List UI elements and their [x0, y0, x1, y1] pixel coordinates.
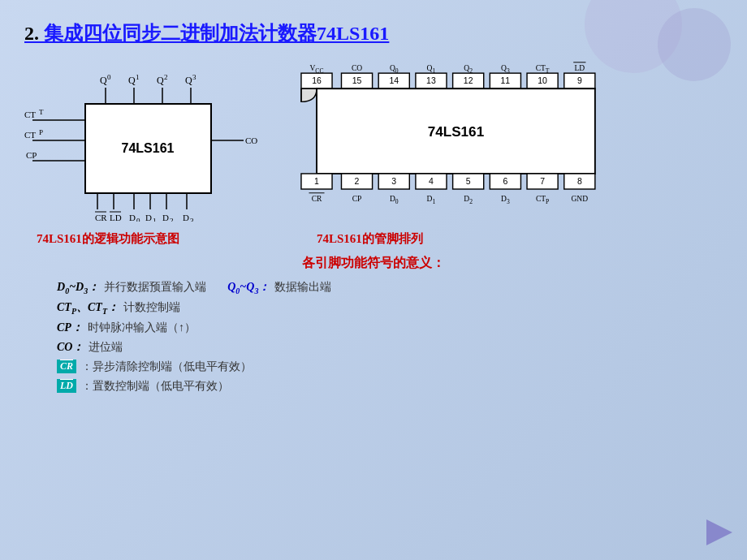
svg-text:5: 5 — [466, 177, 471, 186]
desc-d: 并行数据预置输入端 — [104, 280, 206, 295]
svg-text:Q: Q — [185, 75, 192, 86]
meaning-row-ld: LD ：置数控制端（低电平有效） — [57, 379, 723, 394]
svg-text:D: D — [183, 213, 189, 222]
meaning-row-d: D0~D3： 并行数据预置输入端 Q0~Q3： 数据输出端 — [57, 280, 723, 295]
svg-text:7: 7 — [540, 177, 545, 186]
svg-text:Q: Q — [157, 75, 164, 86]
svg-text:P: P — [39, 128, 43, 136]
svg-text:2: 2 — [164, 73, 168, 81]
svg-text:0: 0 — [107, 73, 111, 81]
svg-text:8: 8 — [577, 177, 582, 186]
svg-text:3: 3 — [192, 73, 196, 81]
pin-layout-diagram: VCC CO Q0 Q1 Q2 Q3 CTT LD 16 15 14 13 — [292, 59, 723, 225]
desc-ld: ：置数控制端（低电平有效） — [81, 379, 229, 394]
logic-symbol-svg: Q 0 Q 1 Q 2 Q 3 74LS161 CT T — [24, 59, 268, 222]
desc-q: 数据输出端 — [274, 280, 331, 295]
meaning-row-cp: CP： 时钟脉冲输入端（↑） — [57, 321, 723, 335]
slide: 2. 集成四位同步二进制加法计数器74LS161 Q 0 Q 1 Q 2 Q 3 — [0, 0, 747, 560]
term-co: CO： — [57, 340, 84, 355]
svg-text:14: 14 — [389, 76, 399, 85]
svg-text:2: 2 — [355, 177, 360, 186]
meaning-title-text: 各引脚功能符号的意义： — [302, 256, 445, 269]
title-text: 集成四位同步二进制加法计数器74LS161 — [44, 23, 389, 44]
svg-text:15: 15 — [352, 76, 362, 85]
right-diagram-label: 74LS161的管脚排列 — [317, 231, 423, 247]
desc-co: 进位端 — [89, 340, 123, 355]
svg-text:10: 10 — [538, 76, 547, 85]
badge-ld: LD — [57, 379, 76, 393]
desc-ct: 计数控制端 — [123, 300, 180, 315]
svg-text:D1: D1 — [427, 195, 436, 205]
meaning-row-co: CO： 进位端 — [57, 340, 723, 355]
svg-text:D3: D3 — [501, 195, 510, 205]
desc-cp: 时钟脉冲输入端（↑） — [88, 321, 196, 335]
desc-cr: ：异步清除控制端（低电平有效） — [81, 360, 252, 374]
svg-text:16: 16 — [312, 76, 322, 85]
svg-text:12: 12 — [464, 76, 473, 85]
svg-text:LD: LD — [574, 64, 585, 72]
svg-text:CR: CR — [312, 195, 322, 203]
svg-text:CP: CP — [26, 150, 37, 160]
svg-text:GND: GND — [571, 195, 588, 203]
svg-text:6: 6 — [503, 177, 507, 186]
svg-text:13: 13 — [426, 76, 436, 85]
term-ct: CTP、CTT： — [57, 300, 119, 316]
diagram-area: Q 0 Q 1 Q 2 Q 3 74LS161 CT T — [24, 59, 723, 225]
svg-text:2: 2 — [170, 217, 174, 222]
svg-text:0: 0 — [136, 217, 140, 222]
term-q: Q0~Q3： — [227, 280, 270, 295]
svg-text:74LS161: 74LS161 — [122, 141, 175, 155]
section-labels: 74LS161的逻辑功能示意图 74LS161的管脚排列 — [24, 231, 723, 247]
svg-text:CO: CO — [352, 64, 362, 72]
svg-text:11: 11 — [501, 76, 511, 85]
svg-text:3: 3 — [190, 217, 194, 222]
svg-text:CP: CP — [352, 195, 362, 203]
left-diagram-label: 74LS161的逻辑功能示意图 — [24, 231, 268, 247]
next-slide-button[interactable] — [706, 519, 732, 545]
svg-text:D2: D2 — [464, 195, 473, 205]
svg-text:T: T — [39, 108, 44, 116]
svg-text:9: 9 — [577, 76, 582, 85]
svg-text:Q: Q — [128, 75, 136, 86]
pin-layout-svg: VCC CO Q0 Q1 Q2 Q3 CTT LD 16 15 14 13 — [292, 59, 666, 222]
badge-cr: CR — [57, 360, 76, 373]
meaning-rows: D0~D3： 并行数据预置输入端 Q0~Q3： 数据输出端 CTP、CTT： 计… — [57, 280, 723, 394]
svg-text:CT: CT — [24, 110, 36, 119]
svg-text:CT: CT — [24, 130, 36, 140]
svg-text:D: D — [145, 213, 152, 222]
svg-text:D: D — [129, 213, 136, 222]
svg-text:D: D — [162, 213, 169, 222]
term-d: D0~D3： — [57, 280, 99, 295]
svg-text:74LS161: 74LS161 — [428, 123, 485, 140]
svg-text:CR: CR — [95, 213, 107, 222]
meaning-row-cr: CR ：异步清除控制端（低电平有效） — [57, 360, 723, 374]
svg-text:3: 3 — [391, 177, 396, 186]
svg-text:D0: D0 — [390, 195, 399, 205]
svg-text:Q: Q — [100, 75, 107, 86]
svg-text:4: 4 — [429, 177, 434, 186]
title-number: 2. — [24, 23, 39, 44]
logic-symbol-diagram: Q 0 Q 1 Q 2 Q 3 74LS161 CT T — [24, 59, 268, 225]
meaning-row-ct: CTP、CTT： 计数控制端 — [57, 300, 723, 316]
svg-text:CTP: CTP — [536, 195, 549, 205]
svg-text:1: 1 — [153, 217, 157, 222]
svg-text:1: 1 — [136, 73, 140, 81]
svg-text:1: 1 — [314, 177, 319, 186]
svg-text:LD: LD — [110, 213, 122, 222]
svg-text:CO: CO — [245, 136, 257, 145]
term-cp: CP： — [57, 321, 83, 335]
meaning-title: 各引脚功能符号的意义： — [24, 255, 723, 272]
